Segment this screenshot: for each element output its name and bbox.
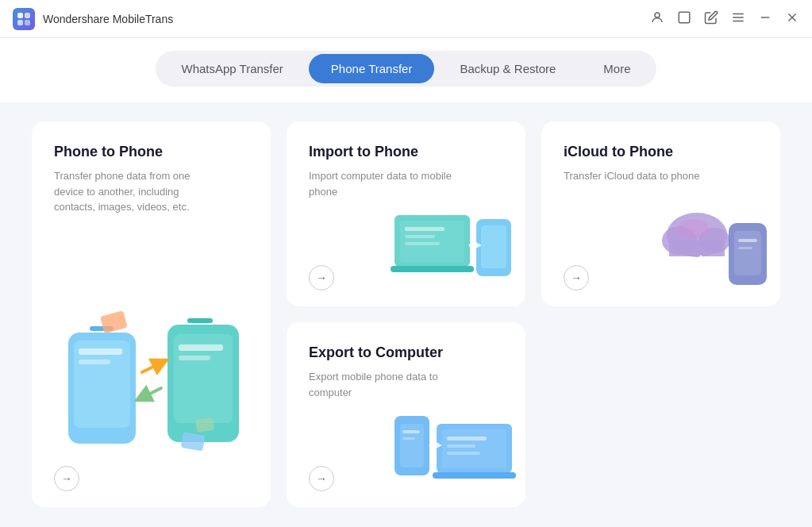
edit-icon[interactable] xyxy=(704,10,718,28)
svg-rect-40 xyxy=(734,231,761,275)
card-icloud-arrow[interactable]: → xyxy=(564,265,589,290)
svg-rect-47 xyxy=(433,472,516,479)
card-phone-to-phone-title: Phone to Phone xyxy=(54,144,248,160)
svg-rect-20 xyxy=(179,344,223,351)
svg-rect-0 xyxy=(17,13,23,18)
card-icloud-title: iCloud to Phone xyxy=(564,144,758,160)
window-icon[interactable] xyxy=(677,10,691,28)
tab-more[interactable]: More xyxy=(581,54,652,83)
svg-point-38 xyxy=(677,219,709,240)
card-phone-to-phone-arrow[interactable]: → xyxy=(54,466,79,491)
tab-phone[interactable]: Phone Transfer xyxy=(309,54,435,83)
card-import-arrow[interactable]: → xyxy=(309,265,334,290)
svg-rect-5 xyxy=(679,12,690,23)
close-icon[interactable] xyxy=(785,10,799,28)
svg-rect-19 xyxy=(187,318,213,323)
card-phone-to-phone[interactable]: Phone to Phone Transfer phone data from … xyxy=(32,121,271,507)
tab-backup[interactable]: Backup & Restore xyxy=(437,54,578,83)
svg-rect-15 xyxy=(79,348,122,355)
menu-icon[interactable] xyxy=(731,10,745,28)
titlebar-left: Wondershare MobileTrans xyxy=(13,8,173,30)
tab-whatsapp[interactable]: WhatsApp Transfer xyxy=(159,54,305,83)
card-icloud-to-phone[interactable]: iCloud to Phone Transfer iCloud data to … xyxy=(541,121,780,306)
svg-rect-3 xyxy=(25,20,30,25)
svg-rect-27 xyxy=(391,266,474,272)
svg-rect-46 xyxy=(442,429,506,468)
card-import-desc: Import computer data to mobile phone xyxy=(309,168,452,199)
svg-rect-50 xyxy=(447,444,475,448)
card-export-title: Export to Computer xyxy=(309,344,503,361)
svg-rect-2 xyxy=(17,20,23,25)
nav-pill-container: WhatsApp Transfer Phone Transfer Backup … xyxy=(156,51,656,87)
svg-point-4 xyxy=(655,13,660,17)
svg-rect-16 xyxy=(79,360,110,364)
svg-rect-26 xyxy=(400,221,464,262)
svg-rect-24 xyxy=(195,417,214,433)
svg-rect-41 xyxy=(738,239,757,242)
minimize-icon[interactable] xyxy=(758,10,772,28)
titlebar: Wondershare MobileTrans xyxy=(0,0,812,38)
navbar: WhatsApp Transfer Phone Transfer Backup … xyxy=(0,38,812,102)
card-export-desc: Export mobile phone data to computer xyxy=(309,369,452,400)
app-title: Wondershare MobileTrans xyxy=(43,13,173,25)
account-icon[interactable] xyxy=(650,10,664,28)
titlebar-controls xyxy=(650,10,799,28)
svg-rect-53 xyxy=(402,437,415,440)
card-import-title: Import to Phone xyxy=(309,144,503,160)
svg-rect-31 xyxy=(405,227,444,231)
card-phone-to-phone-desc: Transfer phone data from one device to a… xyxy=(54,168,197,215)
svg-rect-21 xyxy=(179,356,210,360)
svg-rect-51 xyxy=(447,452,480,455)
card-import-to-phone[interactable]: Import to Phone Import computer data to … xyxy=(287,121,525,306)
svg-rect-49 xyxy=(447,437,487,440)
svg-rect-29 xyxy=(481,225,506,268)
svg-rect-37 xyxy=(669,240,725,256)
svg-rect-32 xyxy=(405,235,435,238)
svg-rect-33 xyxy=(405,242,440,245)
svg-rect-22 xyxy=(100,310,128,333)
svg-rect-1 xyxy=(25,13,30,18)
card-export-to-computer[interactable]: Export to Computer Export mobile phone d… xyxy=(287,322,525,507)
svg-rect-52 xyxy=(402,430,420,433)
app-icon xyxy=(13,8,35,30)
main-content: Phone to Phone Transfer phone data from … xyxy=(0,102,812,526)
card-export-arrow[interactable]: → xyxy=(309,466,334,491)
svg-rect-42 xyxy=(738,247,752,249)
card-icloud-desc: Transfer iCloud data to phone xyxy=(564,168,706,184)
